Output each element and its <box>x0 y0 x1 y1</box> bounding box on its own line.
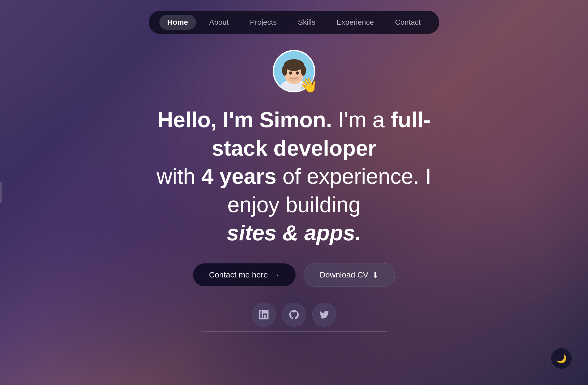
svg-point-7 <box>289 71 292 75</box>
social-row <box>252 303 336 327</box>
linkedin-icon <box>259 310 269 319</box>
github-icon <box>289 310 299 319</box>
svg-point-5 <box>282 65 287 76</box>
wave-emoji-icon: 👋 <box>300 76 318 94</box>
github-button[interactable] <box>282 303 306 327</box>
dark-mode-button[interactable]: 🌙 <box>551 348 572 369</box>
download-cv-label: Download CV <box>320 270 368 279</box>
nav-item-about[interactable]: About <box>201 15 237 30</box>
contact-button[interactable]: Contact me here → <box>193 263 296 286</box>
linkedin-button[interactable] <box>252 303 276 327</box>
download-icon: ⬇ <box>372 270 379 280</box>
nav-item-home[interactable]: Home <box>159 15 196 30</box>
hero-section: 👋 Hello, I'm Simon. I'm a full-stack dev… <box>124 50 464 348</box>
hero-text: Hello, I'm Simon. I'm a full-stack devel… <box>135 106 453 247</box>
contact-button-label: Contact me here <box>209 270 268 279</box>
avatar-container: 👋 <box>273 50 315 92</box>
twitter-icon <box>319 310 329 319</box>
button-row: Contact me here → Download CV ⬇ <box>193 263 395 287</box>
download-cv-button[interactable]: Download CV ⬇ <box>304 263 395 287</box>
nav-item-contact[interactable]: Contact <box>387 15 429 30</box>
nav-item-projects[interactable]: Projects <box>242 15 285 30</box>
nav-item-skills[interactable]: Skills <box>290 15 323 30</box>
hero-with: with <box>157 164 202 188</box>
moon-icon: 🌙 <box>556 353 567 363</box>
hero-tagline-1: I'm a <box>338 108 391 132</box>
left-edge-indicator <box>0 182 2 203</box>
hero-greeting: Hello, I'm Simon. <box>157 108 332 132</box>
twitter-button[interactable] <box>312 303 336 327</box>
contact-arrow-icon: → <box>272 270 280 279</box>
nav-item-experience[interactable]: Experience <box>329 15 382 30</box>
hero-sites-apps: sites & apps. <box>227 221 361 245</box>
svg-point-8 <box>296 71 299 75</box>
hero-heading: Hello, I'm Simon. I'm a full-stack devel… <box>135 106 453 247</box>
svg-point-6 <box>301 65 306 76</box>
svg-point-9 <box>288 77 300 82</box>
hero-years: 4 years <box>201 164 276 188</box>
navbar: Home About Projects Skills Experience Co… <box>149 11 439 34</box>
